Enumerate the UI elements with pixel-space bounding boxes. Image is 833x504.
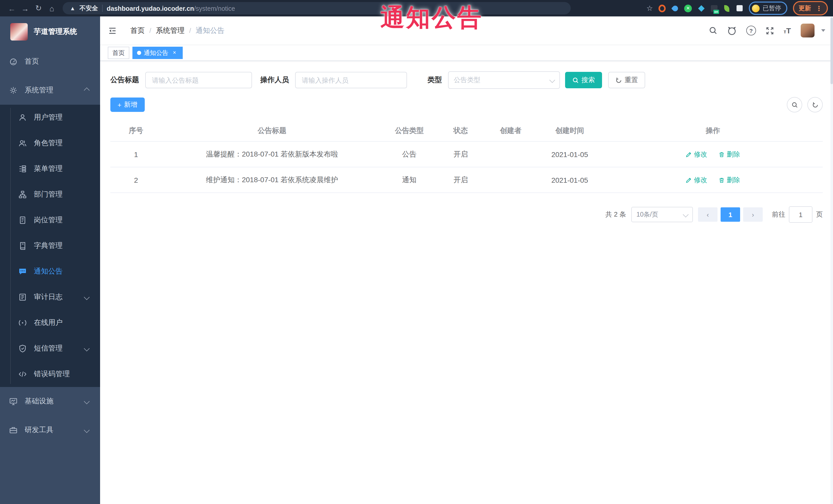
edit-link[interactable]: 修改 — [686, 175, 707, 185]
cell-actions: 修改 删除 — [603, 141, 823, 167]
tag-active-dot — [137, 51, 141, 55]
breadcrumb-home[interactable]: 首页 — [130, 26, 145, 35]
browser-home-icon[interactable]: ⌂ — [45, 4, 58, 13]
edit-link-label: 修改 — [694, 175, 707, 185]
sidebar-item-error-codes[interactable]: 错误码管理 — [0, 361, 100, 387]
notice-title-input[interactable] — [145, 72, 252, 88]
url-path: /system/notice — [194, 5, 235, 12]
notice-table: 序号 公告标题 公告类型 状态 创建者 创建时间 操作 1 温馨提醒：2018- — [110, 121, 823, 193]
sidebar-item-sms[interactable]: 短信管理 — [0, 336, 100, 361]
sidebar-fold-icon[interactable] — [108, 26, 117, 35]
sidebar-item-posts[interactable]: 岗位管理 — [0, 207, 100, 233]
sidebar-item-audit-log[interactable]: 审计日志 — [0, 284, 100, 310]
extension-orange-icon[interactable] — [659, 5, 666, 12]
extension-diamond-icon[interactable] — [697, 5, 705, 12]
cell-no: 1 — [110, 141, 162, 167]
caret-down-icon[interactable] — [821, 29, 825, 32]
tag-notice[interactable]: 通知公告 × — [133, 47, 183, 59]
sidebar-item-notice[interactable]: 通知公告 — [0, 259, 100, 284]
sidebar-item-home[interactable]: 首页 — [0, 47, 100, 76]
sidebar-item-label: 系统管理 — [25, 86, 53, 95]
address-bar[interactable]: ▲ 不安全 dashboard.yudao.iocoder.cn/system/… — [63, 2, 571, 15]
github-icon[interactable] — [727, 26, 737, 35]
font-size-icon[interactable]: тT — [784, 26, 791, 35]
refresh-icon — [812, 101, 818, 108]
col-header-created: 创建时间 — [536, 121, 603, 141]
help-icon[interactable]: ? — [746, 26, 756, 35]
bookmark-star-icon[interactable]: ☆ — [646, 4, 653, 12]
extension-green-icon[interactable]: ✕ — [684, 4, 692, 12]
toggle-search-button[interactable] — [787, 97, 802, 113]
cell-title: 温馨提醒：2018-07-01 若依新版本发布啦 — [162, 141, 382, 167]
scrollbar-thumb[interactable] — [830, 18, 833, 84]
extension-dark-on-icon[interactable]: on — [710, 5, 717, 12]
operator-input[interactable] — [295, 72, 407, 88]
browser-menu-dots-icon[interactable]: ⋮ — [815, 4, 822, 12]
add-button[interactable]: + 新增 — [110, 97, 144, 112]
shield-icon — [19, 344, 27, 353]
main-area: 首页 / 系统管理 / 通知公告 ? тT 首页 — [100, 17, 833, 504]
goto-page-input[interactable] — [789, 206, 812, 223]
sidebar-item-dev-tools[interactable]: 研发工具 — [0, 416, 100, 445]
cell-title: 维护通知：2018-07-01 若依系统凌晨维护 — [162, 167, 382, 193]
user-icon — [19, 114, 27, 122]
reset-button[interactable]: 重置 — [608, 72, 645, 88]
refresh-table-button[interactable] — [807, 97, 823, 113]
browser-forward-icon[interactable]: → — [19, 4, 32, 13]
table-right-tools — [787, 97, 823, 113]
filter-operator-label: 操作人员 — [260, 75, 289, 85]
notice-type-select[interactable]: 公告类型 — [448, 71, 560, 89]
search-button[interactable]: 搜索 — [565, 72, 602, 88]
briefcase-icon — [9, 426, 18, 434]
not-secure-label: 不安全 — [79, 4, 98, 13]
profile-paused-pill[interactable]: 已暂停 — [749, 2, 787, 15]
edit-link[interactable]: 修改 — [686, 150, 707, 159]
page-size-select[interactable]: 10条/页 — [631, 207, 693, 222]
extension-drop-icon[interactable] — [671, 5, 679, 12]
sidebar-item-users[interactable]: 用户管理 — [0, 105, 100, 130]
breadcrumb-system[interactable]: 系统管理 — [156, 26, 185, 35]
tag-label: 首页 — [112, 48, 125, 57]
browser-back-icon[interactable]: ← — [5, 4, 19, 13]
overlay-annotation: 通知公告 — [380, 2, 483, 34]
browser-update-button[interactable]: 更新 ⋮ — [793, 1, 828, 16]
tag-close-icon[interactable]: × — [171, 49, 178, 56]
broadcast-icon — [19, 319, 27, 327]
sidebar-item-system[interactable]: 系统管理 — [0, 76, 100, 105]
sidebar-item-infrastructure[interactable]: 基础设施 — [0, 387, 100, 416]
tag-home[interactable]: 首页 — [108, 47, 129, 59]
cell-created: 2021-01-05 — [536, 141, 603, 167]
sidebar-item-departments[interactable]: 部门管理 — [0, 182, 100, 207]
sidebar-item-label: 部门管理 — [34, 190, 63, 199]
search-icon[interactable] — [709, 26, 717, 35]
sidebar-item-dictionary[interactable]: 字典管理 — [0, 233, 100, 259]
sidebar-item-online-users[interactable]: 在线用户 — [0, 310, 100, 336]
sidebar-item-label: 在线用户 — [34, 318, 63, 328]
scrollbar[interactable] — [830, 17, 833, 504]
sidebar-item-label: 字典管理 — [34, 241, 63, 250]
fullscreen-icon[interactable] — [766, 26, 774, 34]
pager: ‹ 1 › — [698, 207, 763, 222]
filter-title-label: 公告标题 — [110, 75, 139, 85]
sidebar-item-menus[interactable]: 菜单管理 — [0, 156, 100, 182]
sidebar-item-label: 菜单管理 — [34, 164, 63, 173]
app-logo-row[interactable]: 芋道管理系统 — [0, 17, 100, 47]
extension-leaf-icon[interactable] — [723, 5, 730, 12]
browser-reload-icon[interactable]: ↻ — [32, 4, 45, 13]
book-icon — [19, 242, 27, 250]
extension-puzzle-icon[interactable] — [736, 5, 743, 12]
sidebar-item-roles[interactable]: 角色管理 — [0, 130, 100, 156]
user-avatar[interactable] — [801, 24, 814, 38]
cell-status: 开启 — [436, 167, 485, 193]
goto-page: 前往 页 — [772, 206, 823, 223]
sidebar-item-label: 短信管理 — [34, 344, 63, 353]
delete-link[interactable]: 删除 — [718, 175, 740, 185]
pagination: 共 2 条 10条/页 ‹ 1 › 前往 页 — [110, 206, 823, 223]
id-badge-icon — [19, 216, 27, 224]
next-page-button[interactable]: › — [743, 207, 763, 222]
page-number-button[interactable]: 1 — [721, 207, 740, 222]
gear-icon — [9, 86, 18, 94]
prev-page-button[interactable]: ‹ — [698, 207, 717, 222]
chevron-down-icon — [84, 346, 90, 352]
delete-link[interactable]: 删除 — [718, 150, 740, 159]
